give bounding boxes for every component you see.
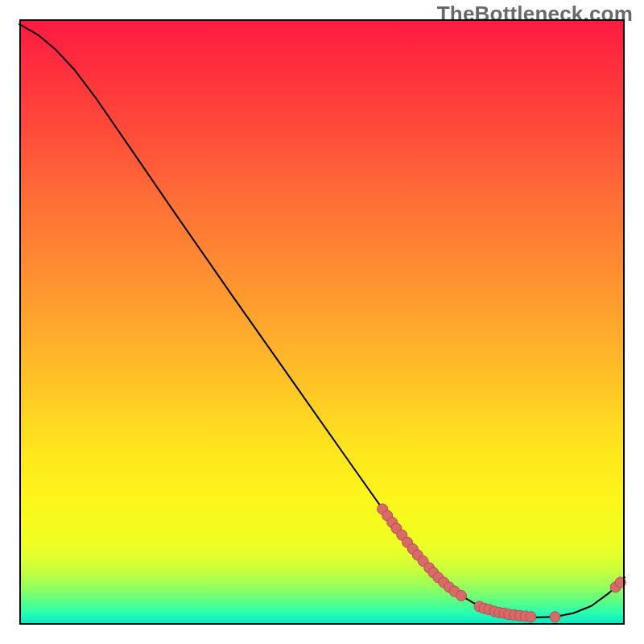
curve-layer: [19, 19, 625, 625]
data-marker: [526, 612, 536, 622]
scatter-markers: [378, 504, 626, 622]
bottleneck-curve: [19, 24, 625, 617]
plot-background: [19, 19, 625, 625]
chart-wrapper: TheBottleneck.com: [0, 0, 644, 644]
data-marker: [550, 612, 560, 622]
data-marker: [615, 577, 625, 588]
data-marker: [456, 590, 467, 601]
